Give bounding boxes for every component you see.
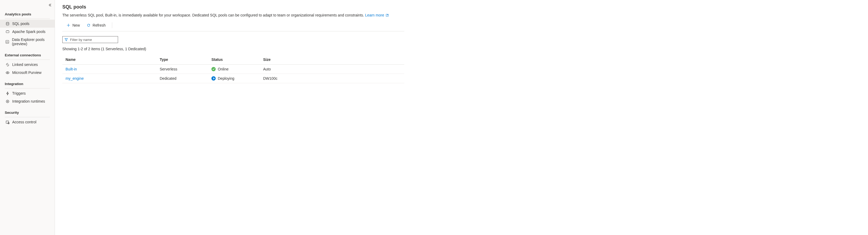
eye-icon	[5, 71, 9, 75]
status-cell: Deploying	[211, 76, 257, 81]
svg-point-3	[7, 72, 8, 73]
sidebar-item-sql-pools[interactable]: SQL pools	[0, 20, 55, 28]
sidebar-section-integration: Integration	[0, 80, 55, 87]
sidebar-item-integration-runtimes[interactable]: Integration runtimes	[0, 97, 55, 105]
svg-point-0	[6, 22, 9, 23]
status-deploying-icon	[211, 76, 216, 81]
col-header-status[interactable]: Status	[208, 55, 260, 64]
sidebar-item-label: Apache Spark pools	[12, 29, 45, 34]
description-text: The serverless SQL pool, Built-in, is im…	[62, 13, 365, 17]
col-header-size[interactable]: Size	[260, 55, 404, 64]
sidebar-section-analytics-pools: Analytics pools	[0, 10, 55, 18]
table-header-row: Name Type Status Size	[62, 55, 404, 64]
filter-icon	[64, 38, 68, 42]
status-text: Online	[218, 67, 228, 71]
svg-rect-1	[6, 31, 9, 33]
sidebar-item-label: Integration runtimes	[12, 99, 45, 103]
table-row[interactable]: Built-in Serverless Online Auto	[62, 64, 404, 74]
main-content: SQL pools The serverless SQL pool, Built…	[55, 0, 412, 235]
toolbar-separator	[112, 22, 112, 28]
sidebar-item-linked-services[interactable]: Linked services	[0, 61, 55, 69]
pool-type: Serverless	[156, 64, 208, 74]
new-button[interactable]: New	[65, 22, 82, 28]
filter-wrap	[62, 36, 118, 43]
refresh-button[interactable]: Refresh	[85, 22, 107, 28]
refresh-icon	[87, 23, 90, 27]
divider	[5, 59, 50, 60]
pool-size: DW100c	[260, 74, 404, 83]
key-icon	[5, 120, 9, 124]
pool-type: Dedicated	[156, 74, 208, 83]
lightning-icon	[5, 92, 9, 96]
runtime-icon	[5, 99, 9, 103]
status-cell: Online	[211, 67, 257, 71]
sidebar-item-label: Triggers	[12, 91, 26, 96]
sidebar-item-microsoft-purview[interactable]: Microsoft Purview	[0, 69, 55, 77]
sidebar: Analytics pools SQL pools Apache Spark p…	[0, 0, 55, 235]
sidebar-item-triggers[interactable]: Triggers	[0, 89, 55, 97]
pool-name-link[interactable]: my_engine	[65, 76, 84, 81]
plus-icon	[67, 23, 70, 27]
page-title: SQL pools	[62, 4, 404, 10]
data-explorer-icon	[5, 40, 9, 44]
learn-more-link[interactable]: Learn more	[365, 13, 389, 17]
pool-name-link[interactable]: Built-in	[65, 67, 77, 71]
sql-pools-table: Name Type Status Size Built-in Serverles…	[62, 55, 404, 83]
page-description: The serverless SQL pool, Built-in, is im…	[62, 13, 404, 17]
database-icon	[5, 22, 9, 26]
sidebar-item-data-explorer-pools[interactable]: Data Explorer pools (preview)	[0, 36, 55, 48]
status-text: Deploying	[218, 76, 234, 81]
spark-icon	[5, 30, 9, 34]
col-header-type[interactable]: Type	[156, 55, 208, 64]
sidebar-item-apache-spark-pools[interactable]: Apache Spark pools	[0, 28, 55, 36]
learn-more-label: Learn more	[365, 13, 384, 17]
results-count: Showing 1-2 of 2 items (1 Serverless, 1 …	[62, 47, 404, 51]
sidebar-section-external-connections: External connections	[0, 51, 55, 59]
sidebar-item-label: Access control	[12, 120, 36, 124]
sidebar-item-label: Linked services	[12, 62, 38, 67]
sidebar-section-security: Security	[0, 108, 55, 116]
divider	[5, 117, 50, 117]
divider	[5, 88, 50, 88]
divider	[5, 19, 50, 19]
new-label: New	[72, 23, 80, 27]
table-row[interactable]: my_engine Dedicated Deploying DW100c	[62, 74, 404, 83]
refresh-label: Refresh	[93, 23, 105, 27]
toolbar: New Refresh	[62, 21, 404, 31]
svg-rect-5	[6, 121, 8, 123]
sidebar-item-label: SQL pools	[12, 22, 29, 26]
pool-size: Auto	[260, 64, 404, 74]
link-icon	[5, 63, 9, 67]
filter-input[interactable]	[62, 36, 118, 43]
sidebar-item-label: Microsoft Purview	[12, 71, 41, 75]
collapse-sidebar-button[interactable]	[48, 3, 52, 8]
col-header-name[interactable]: Name	[62, 55, 156, 64]
status-online-icon	[211, 67, 216, 71]
empty-space	[412, 0, 868, 235]
sidebar-item-label: Data Explorer pools (preview)	[12, 37, 50, 46]
sidebar-item-access-control[interactable]: Access control	[0, 118, 55, 126]
